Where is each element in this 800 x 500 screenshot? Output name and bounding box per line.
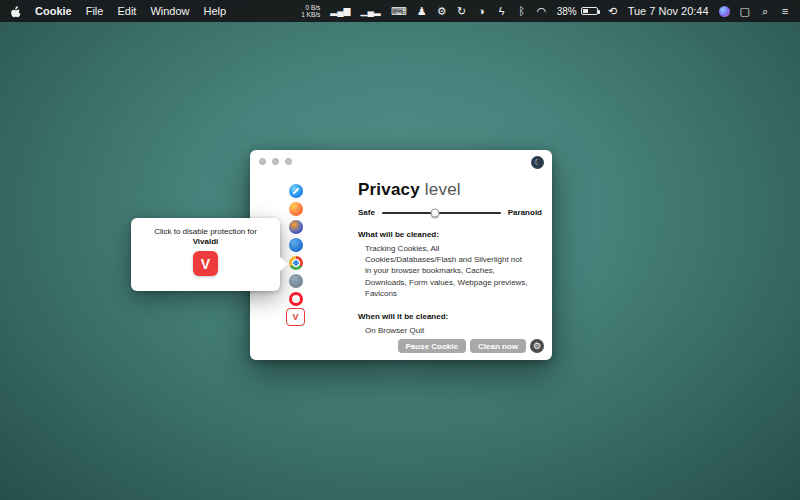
menu-bar-clock[interactable]: Tue 7 Nov 20:44 xyxy=(628,5,709,17)
vivaldi-tooltip: Click to disable protection for Vivaldi … xyxy=(131,218,280,291)
menu-bar: Cookie File Edit Window Help 0 B/s 1 KB/… xyxy=(0,0,800,22)
browser-list: V xyxy=(286,182,305,326)
keyboard-icon[interactable]: ⌨ xyxy=(391,5,407,18)
vivaldi-icon: V xyxy=(289,311,302,324)
cookie-window: ☾ V Privacy level Safe Paranoid xyxy=(250,150,552,360)
active-app-menu[interactable]: Cookie xyxy=(35,5,72,17)
page-title: Privacy level xyxy=(358,180,542,200)
sidebar-item-safari[interactable] xyxy=(286,182,305,200)
safari-icon xyxy=(289,184,303,198)
slider-label-paranoid: Paranoid xyxy=(508,208,542,217)
cleaned-text: Tracking Cookies, All Cookies/Databases/… xyxy=(358,243,528,299)
pause-cookie-button[interactable]: Pause Cookie xyxy=(398,339,466,353)
sidebar-item-chrome[interactable] xyxy=(286,254,305,272)
bluetooth-icon[interactable]: ᛒ xyxy=(517,5,527,17)
menu-edit[interactable]: Edit xyxy=(117,5,136,17)
notification-center-icon[interactable]: ≡ xyxy=(780,5,790,17)
when-text: On Browser Quit xyxy=(358,325,528,336)
gear-icon[interactable]: ⚙ xyxy=(437,5,447,18)
sidebar-item-firefox-dark[interactable] xyxy=(286,218,305,236)
dial-icon[interactable]: ◑ xyxy=(477,5,487,17)
siri-icon[interactable] xyxy=(719,6,730,17)
gray-browser-icon xyxy=(289,274,303,288)
cleaned-heading: What will be cleaned: xyxy=(358,230,542,239)
page-title-bold: Privacy xyxy=(358,180,420,199)
apple-menu-icon[interactable] xyxy=(10,5,21,18)
sidebar-item-gray-browser[interactable] xyxy=(286,272,305,290)
battery-icon xyxy=(581,7,598,15)
settings-gear-button[interactable]: ⚙ xyxy=(530,339,544,353)
sync-icon[interactable]: ↻ xyxy=(457,5,467,18)
when-heading: When will it be cleaned: xyxy=(358,312,542,321)
network-up-label: 0 B/s xyxy=(305,4,320,11)
tooltip-vivaldi-icon: V xyxy=(193,251,218,276)
privacy-slider-handle[interactable] xyxy=(431,208,440,217)
sidebar-item-firefox[interactable] xyxy=(286,200,305,218)
spotlight-search-icon[interactable]: ⌕ xyxy=(760,5,770,18)
network-down-label: 1 KB/s xyxy=(301,11,320,18)
minimize-button[interactable] xyxy=(272,158,279,165)
cpu-bars-icon[interactable]: ▁▄▂ xyxy=(361,6,381,16)
page-title-light: level xyxy=(420,180,461,199)
activity-bars-icon[interactable]: ▂▄▆ xyxy=(330,6,350,16)
desktop: Cookie File Edit Window Help 0 B/s 1 KB/… xyxy=(0,0,800,500)
menu-help[interactable]: Help xyxy=(204,5,227,17)
sidebar-item-blue-browser[interactable] xyxy=(286,236,305,254)
blue-browser-icon xyxy=(289,238,303,252)
window-footer: Pause Cookie Clean now ⚙ xyxy=(398,339,544,353)
wifi-icon[interactable]: ◠ xyxy=(537,5,547,18)
tooltip-browser-name: Vivaldi xyxy=(131,237,280,246)
menu-window[interactable]: Window xyxy=(150,5,189,17)
slider-label-safe: Safe xyxy=(358,208,375,217)
tooltip-text: Click to disable protection for xyxy=(131,227,280,236)
privacy-panel: Privacy level Safe Paranoid What will be… xyxy=(358,180,542,336)
window-controls xyxy=(259,158,292,165)
titlebar-status-icon[interactable]: ☾ xyxy=(531,156,544,169)
sidebar-item-vivaldi[interactable]: V xyxy=(286,308,305,326)
bolt-icon[interactable]: ϟ xyxy=(497,5,507,17)
firefox-icon xyxy=(289,202,303,216)
privacy-slider-row: Safe Paranoid xyxy=(358,208,542,217)
opera-icon xyxy=(289,292,303,306)
chrome-icon xyxy=(289,256,303,270)
battery-indicator[interactable]: 38% xyxy=(557,6,598,17)
clean-now-button[interactable]: Clean now xyxy=(470,339,526,353)
user-icon[interactable]: ♟ xyxy=(417,5,427,18)
menu-file[interactable]: File xyxy=(86,5,104,17)
network-speed-indicator[interactable]: 0 B/s 1 KB/s xyxy=(301,4,320,19)
zoom-button[interactable] xyxy=(285,158,292,165)
tooltip-arrow xyxy=(279,256,288,272)
privacy-slider[interactable] xyxy=(382,212,501,214)
time-machine-icon[interactable]: ⟲ xyxy=(608,5,618,18)
battery-percent-label: 38% xyxy=(557,6,577,17)
sidebar-item-opera[interactable] xyxy=(286,290,305,308)
display-icon[interactable]: ▢ xyxy=(740,5,750,18)
firefox-dark-icon xyxy=(289,220,303,234)
close-button[interactable] xyxy=(259,158,266,165)
